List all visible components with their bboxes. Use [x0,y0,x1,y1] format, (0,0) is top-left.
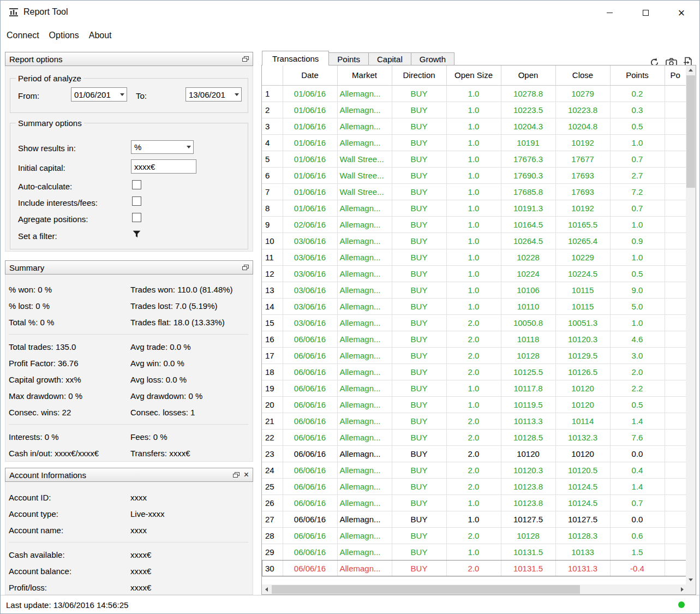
tab-points[interactable]: Points [329,52,369,65]
table-row[interactable]: 201/06/16Allemagn...BUY1.010223.510223.8… [262,102,687,118]
cell-n: 20 [262,396,283,413]
scroll-up-button[interactable] [686,65,696,75]
summary-panel-header[interactable]: Summary [5,260,253,275]
tab-capital[interactable]: Capital [369,52,411,65]
menu-items: ConnectOptionsAbout [2,26,117,45]
account-info-value: xxxx [130,526,147,535]
table-row[interactable]: 401/06/16Allemagn...BUY1.010191101921.0 [262,134,687,151]
close-button[interactable]: × [663,1,699,25]
cell-market: Wall Stree... [337,167,392,183]
to-date-input[interactable]: 13/06/201 [186,87,242,102]
cell-open: 10106 [501,282,555,298]
account-info-value: xxxx€ [130,550,151,559]
cell-po [665,118,687,134]
table-row[interactable]: 501/06/16Wall Stree...BUY1.017676.317677… [262,151,687,167]
vertical-scrollbar-thumb[interactable] [686,75,695,188]
horizontal-scrollbar-thumb[interactable] [272,585,580,594]
table-row[interactable]: 101/06/16Allemagn...BUY1.010278.8102790.… [262,85,687,102]
tab-growth[interactable]: Growth [411,52,454,65]
table-row[interactable]: 1403/06/16Allemagn...BUY1.010110101155.0 [262,298,687,314]
scroll-down-button[interactable] [686,575,696,585]
cell-close: 10279 [555,85,610,102]
chevron-down-icon[interactable] [184,141,193,153]
table-row[interactable]: 1303/06/16Allemagn...BUY1.010106101159.0 [262,282,687,298]
table-row[interactable]: 1806/06/16Allemagn...BUY2.010125.510126.… [262,363,687,380]
from-date-input[interactable]: 01/06/201 [71,87,127,102]
cell-market: Allemagn... [337,396,392,413]
table-row[interactable]: 1906/06/16Allemagn...BUY1.010117.8101202… [262,380,687,396]
app-icon [8,7,19,17]
column-header-open[interactable]: Open [501,65,555,85]
table-row[interactable]: 801/06/16Allemagn...BUY1.010191.3101920.… [262,200,687,216]
cell-close: 10224.5 [555,265,610,282]
account-panel-header[interactable]: Account Informations × [5,468,253,482]
chevron-down-icon[interactable] [232,88,241,101]
table-row[interactable]: 1103/06/16Allemagn...BUY1.010228102291.0 [262,249,687,265]
cell-n: 25 [262,478,283,494]
summary-stat-value: Trades won: 110.0 (81.48%) [130,285,233,294]
menu-connect[interactable]: Connect [2,26,44,45]
column-header-index[interactable] [262,65,283,85]
table-row[interactable]: 1003/06/16Allemagn...BUY1.010264.510265.… [262,233,687,249]
cell-close: 10204.8 [555,118,610,134]
table-row[interactable]: 2806/06/16Allemagn...BUY2.01012810128.30… [262,527,687,544]
agregate-positions-checkbox[interactable] [132,213,141,222]
table-row[interactable]: 2906/06/16Allemagn...BUY1.010131.5101331… [262,544,687,560]
table-row[interactable]: 301/06/16Allemagn...BUY1.010204.310204.8… [262,118,687,134]
table-row[interactable]: 2206/06/16Allemagn...BUY2.010128.510132.… [262,429,687,445]
summary-stat-value: Avg drawdown: 0 % [130,391,202,401]
table-row[interactable]: 1503/06/16Allemagn...BUY2.010050.810051.… [262,314,687,331]
account-info: Account ID:xxxx [5,489,253,505]
cell-size: 2.0 [446,560,501,576]
title-bar[interactable]: Report Tool × [1,1,699,25]
maximize-button[interactable] [627,1,663,25]
table-row[interactable]: 2006/06/16Allemagn...BUY1.010119.5101200… [262,396,687,413]
panel-close-icon[interactable]: × [244,470,249,479]
menu-about[interactable]: About [84,26,117,45]
horizontal-scrollbar[interactable] [262,585,687,594]
show-results-select[interactable]: % [131,140,194,154]
scroll-left-button[interactable] [262,585,271,594]
tab-transactions[interactable]: Transactions [262,51,329,65]
cell-po [665,151,687,167]
minimize-button[interactable] [591,1,627,25]
summary-stat-label: Profit Factor: 36.76 [9,359,130,368]
table-row[interactable]: 2106/06/16Allemagn...BUY2.010113.3101141… [262,413,687,429]
vertical-scrollbar[interactable] [686,65,696,585]
include-interests-checkbox[interactable] [132,196,141,206]
cell-direction: BUY [392,494,446,511]
table-row[interactable]: 1706/06/16Allemagn...BUY2.01012810129.53… [262,347,687,363]
dock-icon[interactable] [233,470,240,480]
column-header-close[interactable]: Close [555,65,610,85]
table-row[interactable]: 2406/06/16Allemagn...BUY2.010120.310120.… [262,462,687,478]
column-header-po[interactable]: Po [665,65,687,85]
table-row[interactable]: 601/06/16Wall Stree...BUY1.017690.317693… [262,167,687,183]
column-header-open-size[interactable]: Open Size [446,65,501,85]
dock-icon[interactable] [242,263,249,272]
column-header-date[interactable]: Date [283,65,337,85]
dock-icon[interactable] [242,55,249,64]
report-options-panel-header[interactable]: Report options [5,52,253,66]
initial-capital-input[interactable]: xxxx€ [131,159,196,174]
column-header-market[interactable]: Market [337,65,392,85]
table-row[interactable]: 2606/06/16Allemagn...BUY1.010123.810124.… [262,494,687,511]
table-row[interactable]: 1606/06/16Allemagn...BUY2.01011810120.34… [262,331,687,347]
table-row[interactable]: 2306/06/16Allemagn...BUY2.010120101200.0 [262,445,687,462]
summary-stat-label: Cash in/out: xxxx€/xxxx€ [9,449,130,458]
table-row[interactable]: 2506/06/16Allemagn...BUY2.010123.810124.… [262,478,687,494]
table-row[interactable]: 902/06/16Allemagn...BUY1.010164.510165.5… [262,216,687,233]
chevron-down-icon[interactable] [117,88,127,101]
menu-options[interactable]: Options [44,26,84,45]
table-row[interactable]: 3006/06/16Allemagn...BUY2.010131.510131.… [262,560,687,576]
column-header-direction[interactable]: Direction [392,65,446,85]
column-header-points[interactable]: Points [610,65,665,85]
table-row[interactable]: 1203/06/16Allemagn...BUY1.01022410224.50… [262,265,687,282]
table-row[interactable]: 701/06/16Wall Stree...BUY1.017685.817693… [262,183,687,200]
auto-calculate-checkbox[interactable] [132,180,141,189]
filter-button[interactable] [132,229,142,239]
cell-date: 06/06/16 [283,445,337,462]
cell-market: Allemagn... [337,102,392,118]
cell-direction: BUY [392,183,446,200]
cell-n: 2 [262,102,283,118]
table-row[interactable]: 2706/06/16Allemagn...BUY1.010127.510127.… [262,511,687,527]
